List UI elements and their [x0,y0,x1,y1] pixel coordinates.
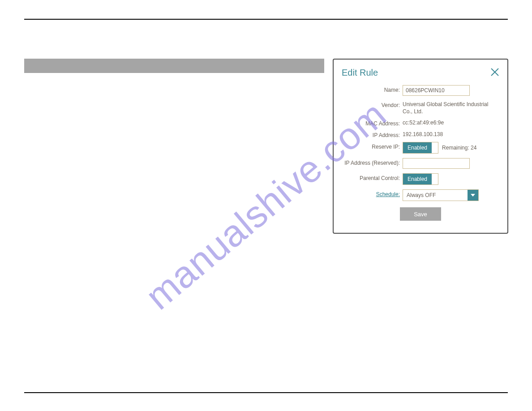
dialog-title: Edit Rule [342,68,499,78]
edit-rule-dialog: Edit Rule Name: Vendor: Universal Global… [333,59,508,234]
parental-toggle-label: Enabled [403,174,432,184]
save-row: Save [342,207,499,221]
vendor-label: Vendor: [342,100,403,108]
top-divider [24,19,508,20]
mac-label: MAC Address: [342,119,403,127]
row-reserve-ip: Reserve IP: Enabled Remaining: 24 [342,142,499,154]
reserve-ip-toggle-label: Enabled [403,142,432,153]
parental-toggle[interactable]: Enabled [403,173,438,185]
schedule-label[interactable]: Schedule: [342,189,403,197]
row-name: Name: [342,85,499,96]
row-schedule: Schedule: Always OFF [342,189,499,201]
ip-value: 192.168.100.138 [403,130,443,138]
gray-bar [24,59,324,73]
schedule-select[interactable]: Always OFF [403,189,479,201]
row-parental: Parental Control: Enabled [342,173,499,185]
name-label: Name: [342,85,403,93]
ip-reserved-input[interactable] [403,158,470,169]
ip-reserved-label: IP Address (Reserved): [342,158,403,166]
toggle-knob [432,174,438,184]
name-input[interactable] [403,85,470,96]
toggle-knob [432,142,438,153]
row-vendor: Vendor: Universal Global Scientific Indu… [342,100,499,115]
chevron-down-icon [468,190,478,201]
vendor-value: Universal Global Scientific Industrial C… [403,100,499,115]
schedule-value: Always OFF [403,190,468,201]
remaining-label: Remaining: 24 [442,145,476,151]
close-button[interactable] [489,66,501,78]
bottom-divider [24,392,508,393]
save-button[interactable]: Save [400,207,441,221]
row-ip-reserved: IP Address (Reserved): [342,158,499,169]
row-ip: IP Address: 192.168.100.138 [342,130,499,138]
form: Name: Vendor: Universal Global Scientifi… [342,85,499,221]
ip-label: IP Address: [342,130,403,138]
mac-value: cc:52:af:49:e6:9e [403,119,444,127]
row-mac: MAC Address: cc:52:af:49:e6:9e [342,119,499,127]
close-icon [490,68,499,77]
parental-label: Parental Control: [342,173,403,181]
reserve-ip-label: Reserve IP: [342,142,403,150]
reserve-ip-toggle[interactable]: Enabled [403,142,438,154]
